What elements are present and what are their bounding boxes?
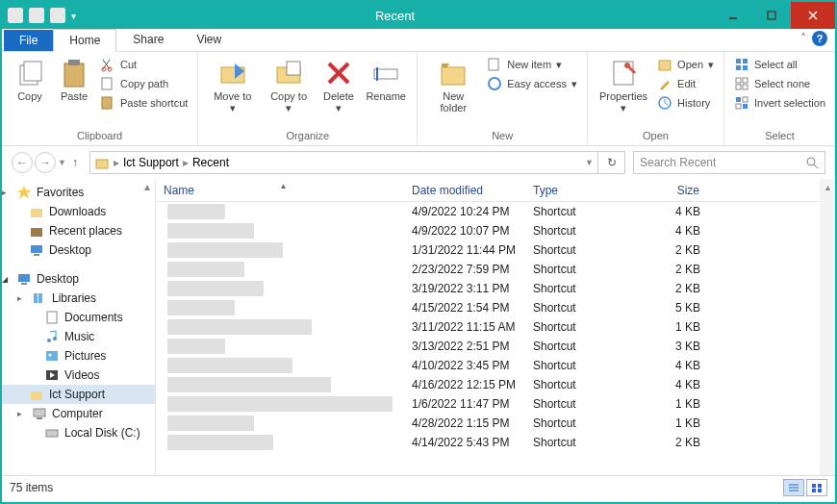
new-item-icon <box>487 57 502 72</box>
sidebar-desktop-fav[interactable]: Desktop <box>2 240 155 260</box>
file-date: 2/23/2022 7:59 PM <box>404 263 525 276</box>
sidebar-libraries[interactable]: Libraries <box>2 289 155 308</box>
delete-button[interactable]: Delete▾ <box>318 56 359 115</box>
svg-rect-63 <box>818 484 822 488</box>
scroll-up-icon[interactable]: ▴ <box>820 179 835 194</box>
file-row[interactable]: 3/11/2022 11:15 AMShortcut1 KB <box>156 317 835 337</box>
rename-button[interactable]: Rename <box>363 56 409 104</box>
select-all-button[interactable]: Select all <box>732 56 827 73</box>
new-item-button[interactable]: New item ▾ <box>485 56 579 73</box>
file-date: 4/9/2022 10:24 PM <box>404 205 525 218</box>
up-button[interactable]: ↑ <box>68 156 82 169</box>
svg-rect-19 <box>442 67 465 85</box>
file-row[interactable]: 4/28/2022 1:15 PMShortcut1 KB <box>156 414 835 433</box>
sidebar-music[interactable]: Music <box>2 327 155 346</box>
file-date: 4/10/2022 3:45 PM <box>404 359 525 372</box>
file-row[interactable]: 4/9/2022 10:24 PMShortcut4 KB <box>156 202 835 221</box>
sidebar-local-disk[interactable]: Local Disk (C:) <box>2 423 155 442</box>
file-row[interactable]: 3/13/2022 2:51 PMShortcut3 KB <box>156 337 835 356</box>
file-row[interactable]: 2/23/2022 7:59 PMShortcut2 KB <box>156 260 835 279</box>
address-dropdown[interactable]: ▼ <box>585 158 594 167</box>
svg-point-51 <box>53 337 57 340</box>
sidebar-favorites[interactable]: Favorites <box>2 183 155 202</box>
column-date[interactable]: Date modified <box>404 184 525 197</box>
edit-button[interactable]: Edit <box>655 75 716 92</box>
svg-rect-64 <box>812 489 816 492</box>
open-button[interactable]: Open ▾ <box>655 56 716 73</box>
sidebar-ict-support[interactable]: Ict Support <box>2 385 155 404</box>
forward-button[interactable]: → <box>35 152 56 173</box>
file-row[interactable]: 4/9/2022 10:07 PMShortcut4 KB <box>156 221 835 240</box>
refresh-button[interactable]: ↻ <box>598 151 625 174</box>
column-name[interactable]: Name▲ <box>156 184 404 197</box>
copy-path-button[interactable]: Copy path <box>98 75 190 92</box>
properties-button[interactable]: Properties▾ <box>596 56 651 115</box>
file-date: 4/9/2022 10:07 PM <box>404 224 525 238</box>
sidebar-desktop[interactable]: Desktop <box>2 269 155 289</box>
back-button[interactable]: ← <box>12 152 33 173</box>
details-view-button[interactable] <box>783 479 804 496</box>
file-row[interactable]: 4/10/2022 3:45 PMShortcut4 KB <box>156 356 835 375</box>
paste-button[interactable]: Paste <box>54 56 94 104</box>
downloads-icon <box>29 204 44 219</box>
icons-view-button[interactable] <box>806 479 827 496</box>
history-icon <box>657 95 672 111</box>
copy-to-button[interactable]: Copy to ▾ <box>263 56 315 115</box>
sidebar-computer[interactable]: Computer <box>2 404 155 423</box>
new-group-label: New <box>425 128 579 143</box>
list-scrollbar[interactable]: ▴ <box>820 179 835 475</box>
svg-rect-32 <box>736 85 741 89</box>
move-to-button[interactable]: Move to ▾ <box>206 56 259 115</box>
help-icon[interactable]: ? <box>812 31 827 46</box>
sidebar-scroll-up[interactable]: ▴ <box>140 179 155 194</box>
sidebar-downloads[interactable]: Downloads <box>2 202 155 221</box>
svg-rect-38 <box>96 160 108 168</box>
svg-rect-35 <box>743 97 748 102</box>
file-row[interactable]: 1/31/2022 11:44 PMShortcut2 KB <box>156 240 835 260</box>
qat-icon-1[interactable] <box>29 8 44 23</box>
file-size: 1 KB <box>637 320 708 334</box>
svg-line-40 <box>814 164 818 168</box>
copy-button[interactable]: Copy <box>10 56 50 104</box>
titlebar: ▾ Recent <box>2 2 835 29</box>
qat-icon-2[interactable] <box>50 8 65 23</box>
sidebar-documents[interactable]: Documents <box>2 308 155 327</box>
file-row[interactable]: 4/14/2022 5:43 PMShortcut2 KB <box>156 433 835 452</box>
column-size[interactable]: Size <box>637 184 708 197</box>
file-row[interactable]: 4/16/2022 12:15 PMShortcut4 KB <box>156 375 835 394</box>
home-tab[interactable]: Home <box>53 29 116 52</box>
minimize-button[interactable] <box>714 2 752 29</box>
svg-rect-20 <box>489 59 498 70</box>
share-tab[interactable]: Share <box>116 28 180 51</box>
file-tab[interactable]: File <box>4 30 53 51</box>
ribbon-collapse-icon[interactable]: ˄ <box>800 32 806 45</box>
maximize-button[interactable] <box>752 2 791 29</box>
nav-history-dropdown[interactable]: ▼ <box>58 158 66 167</box>
svg-rect-44 <box>34 254 39 256</box>
documents-icon <box>44 310 60 325</box>
sidebar-videos[interactable]: Videos <box>2 365 155 385</box>
cut-button[interactable]: Cut <box>98 56 190 73</box>
file-row[interactable]: 1/6/2022 11:47 PMShortcut1 KB <box>156 394 835 414</box>
invert-selection-button[interactable]: Invert selection <box>732 94 827 112</box>
file-row[interactable]: 3/19/2022 3:11 PMShortcut2 KB <box>156 279 835 298</box>
history-button[interactable]: History <box>655 94 716 112</box>
file-type: Shortcut <box>525 224 637 238</box>
new-folder-button[interactable]: New folder <box>425 56 481 115</box>
select-none-icon <box>734 76 749 91</box>
sidebar-pictures[interactable]: Pictures <box>2 346 155 365</box>
sidebar-recent-places[interactable]: Recent places <box>2 221 155 240</box>
view-tab[interactable]: View <box>180 28 238 51</box>
svg-rect-10 <box>102 78 112 89</box>
select-none-button[interactable]: Select none <box>732 75 827 92</box>
breadcrumb-parent[interactable]: Ict Support <box>123 156 179 169</box>
address-bar[interactable]: ▸ Ict Support ▸ Recent ▼ <box>89 151 598 174</box>
paste-shortcut-button[interactable]: Paste shortcut <box>98 94 190 112</box>
column-type[interactable]: Type <box>525 184 637 197</box>
search-input[interactable]: Search Recent <box>633 151 825 174</box>
svg-rect-57 <box>37 417 42 419</box>
file-row[interactable]: 4/15/2022 1:54 PMShortcut5 KB <box>156 298 835 317</box>
easy-access-button[interactable]: Easy access ▾ <box>485 75 579 92</box>
breadcrumb-current[interactable]: Recent <box>192 156 229 169</box>
close-button[interactable] <box>791 2 835 29</box>
